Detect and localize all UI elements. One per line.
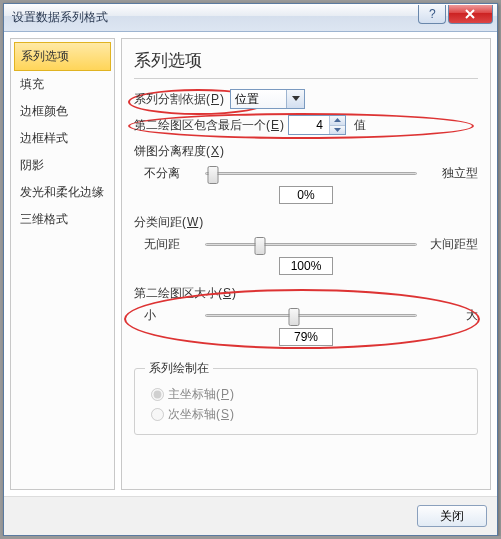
help-button[interactable]: ? [418, 5, 446, 24]
top-section: 系列分割依据(P) 位置 第二绘图区包含最后一个(E) [134, 89, 478, 356]
primary-axis-label: 主坐标轴(P) [168, 386, 234, 403]
sidebar: 系列选项 填充 边框颜色 边框样式 阴影 发光和柔化边缘 三维格式 [10, 38, 115, 490]
explode-slider[interactable] [205, 164, 417, 182]
secondary-axis-row: 次坐标轴(S) [151, 406, 467, 423]
size-left: 小 [144, 307, 199, 324]
close-dialog-button[interactable]: 关闭 [417, 505, 487, 527]
explode-value[interactable]: 0% [279, 186, 333, 204]
titlebar[interactable]: 设置数据系列格式 ? [4, 4, 497, 32]
gap-left: 无间距 [144, 236, 199, 253]
sidebar-item-fill[interactable]: 填充 [14, 71, 111, 98]
sidebar-item-glow[interactable]: 发光和柔化边缘 [14, 179, 111, 206]
second-plot-label: 第二绘图区包含最后一个(E) [134, 117, 284, 134]
gap-slider-row: 无间距 大间距型 [144, 235, 478, 253]
second-plot-spin[interactable] [288, 115, 346, 135]
explode-right: 独立型 [423, 165, 478, 182]
second-plot-row: 第二绘图区包含最后一个(E) 值 [134, 115, 478, 135]
size-slider-row: 小 大 [144, 306, 478, 324]
spin-down-icon[interactable] [330, 126, 345, 135]
plot-on-legend: 系列绘制在 [145, 360, 213, 377]
size-label: 第二绘图区大小(S) [134, 285, 478, 302]
svg-text:?: ? [429, 9, 436, 19]
sidebar-item-border-color[interactable]: 边框颜色 [14, 98, 111, 125]
spin-buttons [329, 116, 345, 134]
gap-slider[interactable] [205, 235, 417, 253]
sidebar-item-border-style[interactable]: 边框样式 [14, 125, 111, 152]
dialog-window: 设置数据系列格式 ? 系列选项 填充 边框颜色 边框样式 阴影 发光和柔化边缘 … [3, 3, 498, 536]
main-panel: 系列选项 系列分割依据(P) 位置 第二绘图区包含最后一个(E) [121, 38, 491, 490]
explode-left: 不分离 [144, 165, 199, 182]
plot-on-group: 系列绘制在 主坐标轴(P) 次坐标轴(S) [134, 360, 478, 435]
sidebar-item-shadow[interactable]: 阴影 [14, 152, 111, 179]
explode-label: 饼图分离程度(X) [134, 143, 478, 160]
slider-thumb[interactable] [289, 308, 300, 326]
divider [134, 78, 478, 79]
split-combo[interactable]: 位置 [230, 89, 305, 109]
dialog-footer: 关闭 [4, 496, 497, 535]
spin-up-icon[interactable] [330, 116, 345, 126]
secondary-axis-label: 次坐标轴(S) [168, 406, 234, 423]
combo-value: 位置 [235, 91, 259, 108]
sidebar-item-series-options[interactable]: 系列选项 [14, 42, 111, 71]
second-plot-suffix: 值 [354, 117, 366, 134]
gap-value[interactable]: 100% [279, 257, 333, 275]
size-slider[interactable] [205, 306, 417, 324]
second-plot-input[interactable] [289, 118, 327, 132]
split-row: 系列分割依据(P) 位置 [134, 89, 478, 109]
size-right: 大 [423, 307, 478, 324]
slider-thumb[interactable] [208, 166, 219, 184]
sidebar-item-3d[interactable]: 三维格式 [14, 206, 111, 233]
gap-label: 分类间距(W) [134, 214, 478, 231]
size-value[interactable]: 79% [279, 328, 333, 346]
split-label: 系列分割依据(P) [134, 91, 224, 108]
panel-heading: 系列选项 [134, 49, 478, 72]
chevron-down-icon[interactable] [286, 90, 304, 108]
secondary-axis-radio [151, 408, 164, 421]
window-title: 设置数据系列格式 [12, 9, 416, 26]
primary-axis-radio [151, 388, 164, 401]
primary-axis-row: 主坐标轴(P) [151, 386, 467, 403]
gap-right: 大间距型 [423, 236, 478, 253]
dialog-body: 系列选项 填充 边框颜色 边框样式 阴影 发光和柔化边缘 三维格式 系列选项 系… [4, 32, 497, 496]
close-button[interactable] [448, 5, 493, 24]
slider-thumb[interactable] [255, 237, 266, 255]
explode-slider-row: 不分离 独立型 [144, 164, 478, 182]
